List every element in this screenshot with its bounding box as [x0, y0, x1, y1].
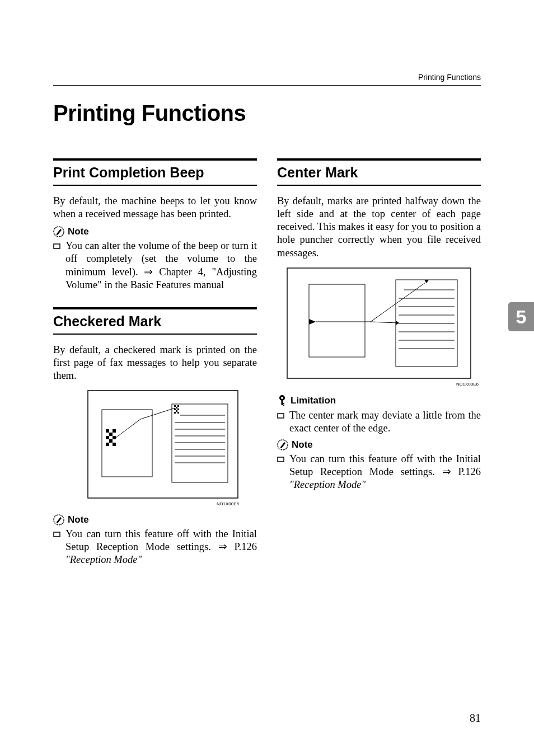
- heading-rule-bottom: [277, 185, 481, 186]
- svg-rect-34: [309, 284, 365, 357]
- heading-rule-top: [53, 307, 257, 309]
- body-paragraph: By default, a checkered mark is printed …: [53, 344, 257, 382]
- body-paragraph: By default, the machine beeps to let you…: [53, 195, 257, 220]
- bullet-box-icon: [277, 410, 289, 435]
- heading-rule-top: [277, 158, 481, 161]
- right-column: Center Mark By default, marks are printe…: [277, 158, 481, 583]
- body-paragraph: By default, marks are printed halfway do…: [277, 195, 481, 260]
- note-link-ref: "Reception Mode": [289, 479, 366, 490]
- svg-rect-13: [174, 405, 176, 407]
- note-text-b: P.126: [451, 466, 481, 477]
- svg-rect-18: [176, 410, 177, 412]
- svg-rect-52: [282, 400, 283, 405]
- limitation-callout-head: Limitation: [277, 395, 481, 407]
- svg-rect-16: [174, 408, 176, 410]
- svg-rect-5: [113, 429, 116, 433]
- note-list-item: You can turn this feature off with the I…: [277, 453, 481, 491]
- svg-rect-12: [172, 404, 228, 482]
- page-title: Printing Functions: [53, 101, 481, 126]
- pencil-note-icon: [277, 439, 288, 450]
- svg-rect-17: [177, 408, 179, 410]
- note-text-b: P.126: [227, 541, 257, 552]
- svg-rect-32: [54, 532, 60, 537]
- svg-rect-6: [109, 433, 113, 436]
- page-number: 81: [470, 712, 481, 725]
- svg-marker-35: [309, 319, 316, 325]
- svg-rect-2: [88, 391, 238, 498]
- left-column: Print Completion Beep By default, the ma…: [53, 158, 257, 583]
- svg-rect-3: [102, 410, 152, 477]
- pencil-note-icon: [53, 514, 64, 525]
- limitation-list-item: The center mark may deviate a little fro…: [277, 409, 481, 435]
- note-link-ref: "Reception Mode": [65, 554, 142, 565]
- header-rule: [53, 85, 481, 86]
- section-heading: Center Mark: [277, 163, 481, 182]
- figure-checkered-mark: [71, 390, 239, 499]
- svg-rect-7: [106, 436, 109, 439]
- svg-line-29: [116, 419, 140, 438]
- svg-rect-1: [54, 244, 60, 248]
- svg-rect-55: [278, 414, 284, 418]
- figure-caption: ND1X00E5: [53, 501, 239, 506]
- note-callout-head: Note: [277, 439, 481, 450]
- note-text: You can alter the volume of the beep or …: [65, 240, 257, 292]
- heading-rule-bottom: [53, 185, 257, 186]
- note-list-item: You can alter the volume of the beep or …: [53, 240, 257, 292]
- svg-rect-54: [283, 405, 284, 406]
- svg-rect-19: [174, 412, 176, 414]
- svg-line-49: [371, 283, 425, 322]
- heading-rule-bottom: [53, 334, 257, 335]
- figure-center-mark: [287, 267, 471, 379]
- running-header: Printing Functions: [418, 73, 481, 82]
- note-text: You can turn this feature off with the I…: [65, 528, 257, 566]
- svg-rect-10: [106, 443, 109, 446]
- section-center-mark: Center Mark By default, marks are printe…: [277, 158, 481, 491]
- svg-rect-14: [177, 405, 179, 407]
- limitation-text: The center mark may deviate a little fro…: [289, 409, 481, 435]
- note-label: Note: [68, 514, 89, 525]
- svg-rect-15: [176, 407, 177, 408]
- svg-rect-8: [113, 436, 116, 439]
- svg-rect-11: [113, 443, 116, 446]
- svg-point-51: [281, 397, 283, 399]
- pencil-note-icon: [53, 226, 64, 237]
- bullet-box-icon: [277, 454, 289, 491]
- note-label: Note: [68, 226, 89, 237]
- svg-rect-53: [283, 403, 284, 404]
- two-column-layout: Print Completion Beep By default, the ma…: [53, 158, 481, 583]
- section-heading: Print Completion Beep: [53, 163, 257, 182]
- note-callout-head: Note: [53, 514, 257, 525]
- bullet-box-icon: [53, 241, 65, 292]
- svg-rect-20: [177, 412, 179, 414]
- heading-rule-top: [53, 158, 257, 161]
- figure-caption: ND1X00E6: [277, 382, 479, 387]
- svg-line-48: [371, 322, 397, 323]
- section-print-completion-beep: Print Completion Beep By default, the ma…: [53, 158, 257, 292]
- key-limitation-icon: [277, 395, 287, 407]
- svg-rect-57: [278, 457, 284, 462]
- note-label: Note: [292, 439, 313, 450]
- note-text: You can turn this feature off with the I…: [289, 453, 481, 491]
- note-list-item: You can turn this feature off with the I…: [53, 528, 257, 566]
- section-checkered-mark: Checkered Mark By default, a checkered m…: [53, 307, 257, 567]
- section-heading: Checkered Mark: [53, 312, 257, 331]
- svg-rect-4: [106, 429, 109, 433]
- limitation-label: Limitation: [291, 395, 336, 406]
- svg-rect-9: [109, 439, 113, 443]
- bullet-box-icon: [53, 529, 65, 566]
- note-callout-head: Note: [53, 226, 257, 237]
- chapter-tab: 5: [508, 302, 534, 331]
